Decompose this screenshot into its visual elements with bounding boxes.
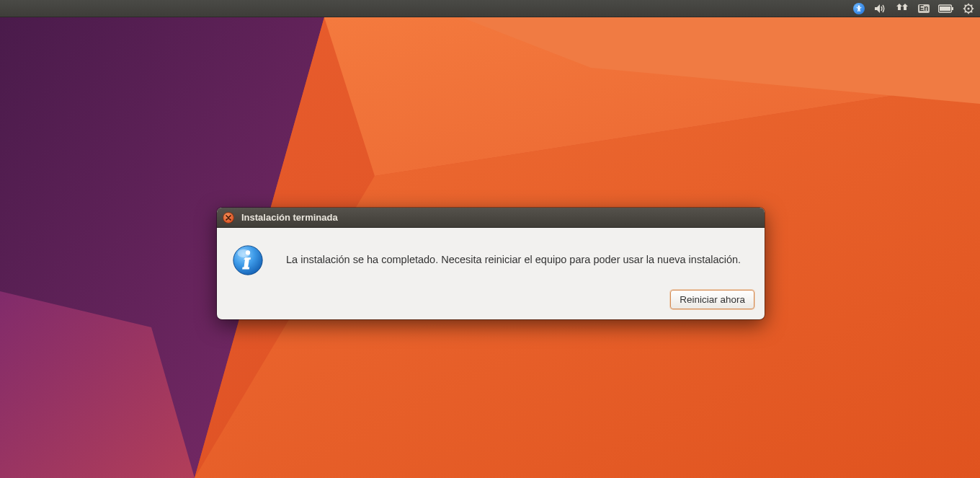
svg-rect-3 (940, 6, 950, 11)
close-button[interactable] (223, 212, 234, 223)
svg-point-5 (967, 7, 969, 9)
info-icon (231, 244, 264, 277)
svg-point-23 (246, 250, 250, 255)
svg-line-12 (965, 11, 966, 12)
accessibility-indicator[interactable] (852, 0, 866, 17)
svg-line-13 (971, 4, 973, 6)
svg-line-10 (965, 4, 966, 6)
svg-line-11 (971, 11, 973, 12)
svg-point-0 (858, 5, 860, 7)
network-indicator[interactable] (895, 0, 909, 17)
keyboard-indicator[interactable]: En (917, 0, 931, 17)
battery-icon (938, 4, 954, 13)
battery-indicator[interactable] (938, 0, 954, 17)
dialog-title: Instalación terminada (241, 212, 338, 223)
svg-rect-2 (952, 7, 953, 10)
close-icon (226, 215, 231, 221)
session-indicator[interactable] (961, 0, 976, 17)
restart-now-button[interactable]: Reiniciar ahora (670, 290, 754, 309)
system-top-bar: En (0, 0, 980, 17)
dialog-message: La instalación se ha completado. Necesit… (286, 253, 741, 267)
dialog-actions: Reiniciar ahora (217, 283, 765, 319)
network-updown-icon (896, 4, 908, 14)
volume-icon (874, 4, 887, 14)
sound-indicator[interactable] (873, 0, 888, 17)
dialog-body: La instalación se ha completado. Necesit… (217, 228, 765, 283)
dialog-titlebar[interactable]: Instalación terminada (217, 208, 765, 228)
keyboard-layout-badge: En (918, 4, 930, 13)
accessibility-icon (853, 3, 865, 14)
install-complete-dialog: Instalación terminada La instalación se … (217, 208, 765, 319)
gear-power-icon (963, 3, 974, 14)
